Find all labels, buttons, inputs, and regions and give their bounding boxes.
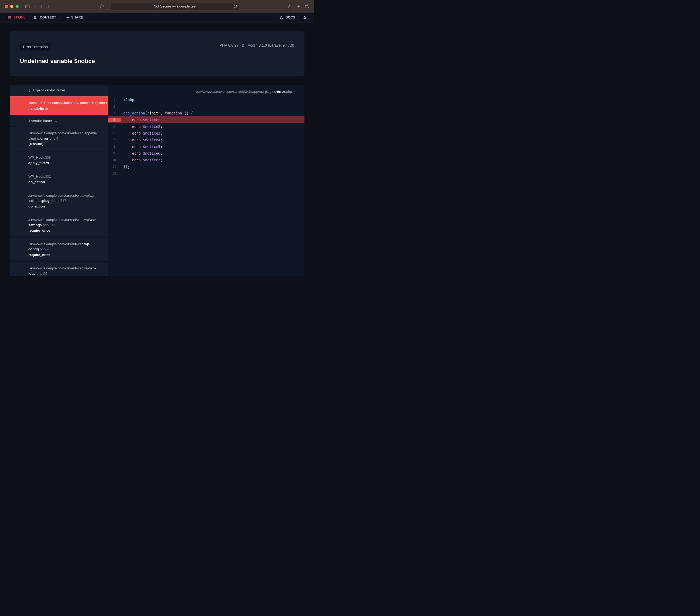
- stack-frame[interactable]: /srv/www/example.com/current/web/wp-conf…: [10, 237, 108, 262]
- frame-path: /srv/www/example.com/current/web/wp/wp-l…: [28, 266, 100, 276]
- svg-rect-0: [25, 5, 30, 8]
- chevron-down-icon: [54, 119, 58, 123]
- share-arrow-icon: [65, 15, 69, 19]
- code-line: 3add_action('init', function () {: [108, 110, 304, 116]
- code-line: 10 echo $notice7;: [108, 157, 304, 163]
- code-listing: 1<?php23add_action('init', function () {…: [108, 96, 304, 177]
- code-text: echo $notice;: [121, 118, 160, 122]
- line-number: 6: [108, 131, 121, 135]
- stack-frame[interactable]: /srv/www/example.com/current/web/wp/wp-i…: [10, 189, 108, 213]
- share-icon[interactable]: [288, 4, 291, 9]
- nav-stack[interactable]: STACK: [8, 15, 25, 19]
- code-text: });: [121, 164, 130, 169]
- stack-frame[interactable]: Illuminate\Foundation\Bootstrap\HandleEx…: [10, 96, 108, 115]
- frame-function: apply_filters: [28, 160, 100, 166]
- stack-frame[interactable]: /srv/www/example.com/current/web/wp/wp-l…: [10, 261, 108, 276]
- window-controls: [5, 5, 19, 8]
- url-bar[interactable]: Not Secure — example.test: [111, 3, 239, 10]
- new-tab-icon[interactable]: [296, 4, 300, 9]
- code-text: echo $notice4;: [121, 138, 162, 142]
- code-line: 6 echo $notice3;: [108, 130, 304, 136]
- frame-path: /srv/www/example.com/current/web/wp/wp-i…: [28, 193, 100, 204]
- code-line: 9 echo $notice6;: [108, 150, 304, 157]
- code-text: echo $notice6;: [121, 151, 162, 156]
- code-line: 1<?php: [108, 96, 304, 103]
- app-topnav: STACK CONTEXT SHARE DOCS: [0, 13, 314, 23]
- sidebar-icon[interactable]: [25, 4, 30, 9]
- code-line: 8 echo $notice5;: [108, 143, 304, 150]
- frame-function: do_action: [28, 204, 100, 209]
- php-version: PHP 8.0.27: [220, 43, 238, 47]
- forward-button[interactable]: [46, 4, 51, 9]
- code-text: echo $notice3;: [121, 131, 162, 135]
- frame-path: Illuminate\Foundation\Bootstrap\HandleEx…: [28, 100, 100, 106]
- nav-share-label: SHARE: [71, 15, 83, 19]
- line-number: 3: [108, 111, 121, 115]
- code-pane: /srv/www/example.com/current/web/app/mu-…: [108, 85, 304, 276]
- exception-header: ErrorException Undefined variable $notic…: [10, 32, 304, 76]
- frame-path: /srv/www/example.com/current/web/wp/wp-s…: [28, 217, 100, 227]
- code-text: echo $notice5;: [121, 145, 162, 149]
- stack-frames-sidebar: Expand vendor frames Illuminate\Foundati…: [10, 85, 108, 276]
- minimize-window-button[interactable]: [10, 5, 13, 8]
- expand-vendor-label: Expand vendor frames: [33, 88, 66, 92]
- tabs-overview-icon[interactable]: [305, 4, 309, 9]
- code-line: 2: [108, 103, 304, 110]
- back-button[interactable]: [39, 4, 45, 9]
- nav-docs-label: DOCS: [285, 15, 295, 19]
- code-text: <?php: [121, 98, 134, 102]
- exception-class-badge: ErrorException: [20, 43, 51, 51]
- expand-vendor-frames-button[interactable]: Expand vendor frames: [10, 85, 108, 96]
- main-panel: Expand vendor frames Illuminate\Foundati…: [10, 85, 304, 276]
- nav-share[interactable]: SHARE: [65, 15, 83, 19]
- close-window-button[interactable]: [5, 5, 8, 8]
- frame-path: WP_Hook:308: [28, 155, 100, 160]
- acorn-version: Acorn 3.1.0 (Laravel 9.47.0): [248, 43, 294, 47]
- stack-icon: [8, 15, 11, 19]
- code-line: 12: [108, 170, 304, 177]
- stack-frame[interactable]: WP_Hook:332do_action: [10, 170, 108, 189]
- code-text: echo $notice7;: [121, 158, 162, 162]
- line-number: 4: [108, 118, 121, 122]
- frame-path: /srv/www/example.com/current/web/app/mu-…: [28, 131, 100, 141]
- vendor-frames-collapsed[interactable]: 1 vendor frame: [10, 115, 108, 126]
- stack-frame[interactable]: WP_Hook:308apply_filters: [10, 151, 108, 170]
- code-line: 5 echo $notice2;: [108, 123, 304, 130]
- url-text: Not Secure — example.test: [154, 4, 197, 8]
- line-number: 9: [108, 151, 121, 155]
- vendor-frames-label: 1 vendor frame: [28, 119, 52, 123]
- acorn-logo-icon: [241, 44, 245, 47]
- nav-docs[interactable]: DOCS: [279, 15, 295, 20]
- context-icon: [34, 15, 38, 20]
- expand-icon: [28, 88, 31, 92]
- settings-button[interactable]: [302, 15, 307, 20]
- frame-path: WP_Hook:332: [28, 174, 100, 179]
- ignition-logo-icon: [279, 15, 283, 20]
- reload-icon[interactable]: [234, 4, 237, 9]
- frame-function: handleError: [28, 106, 100, 111]
- code-line: 11});: [108, 163, 304, 170]
- nav-context[interactable]: CONTEXT: [34, 15, 56, 20]
- stack-frame[interactable]: /srv/www/example.com/current/web/wp/wp-s…: [10, 213, 108, 237]
- browser-titlebar: Not Secure — example.test: [0, 0, 314, 13]
- svg-rect-2: [305, 5, 308, 8]
- environment-meta: PHP 8.0.27 Acorn 3.1.0 (Laravel 9.47.0): [220, 43, 294, 47]
- frame-path: /srv/www/example.com/current/web/wp-conf…: [28, 242, 100, 252]
- line-number: 12: [108, 172, 121, 175]
- shield-icon[interactable]: [100, 4, 104, 9]
- line-number: 10: [108, 158, 121, 162]
- code-filepath: /srv/www/example.com/current/web/app/mu-…: [108, 85, 304, 96]
- line-number: 1: [108, 98, 121, 102]
- line-number: 8: [108, 145, 121, 148]
- exception-message: Undefined variable $notice: [20, 58, 294, 65]
- code-line: 7 echo $notice4;: [108, 136, 304, 143]
- line-number: 11: [108, 165, 121, 169]
- line-number: 7: [108, 138, 121, 142]
- frame-function: do_action: [28, 179, 100, 185]
- stack-frame[interactable]: /srv/www/example.com/current/web/app/mu-…: [10, 126, 108, 151]
- nav-stack-label: STACK: [13, 15, 25, 19]
- frame-function: {closure}: [28, 141, 100, 147]
- chevron-down-icon[interactable]: [32, 4, 38, 9]
- frame-function: require_once: [28, 228, 100, 233]
- fullscreen-window-button[interactable]: [15, 5, 19, 8]
